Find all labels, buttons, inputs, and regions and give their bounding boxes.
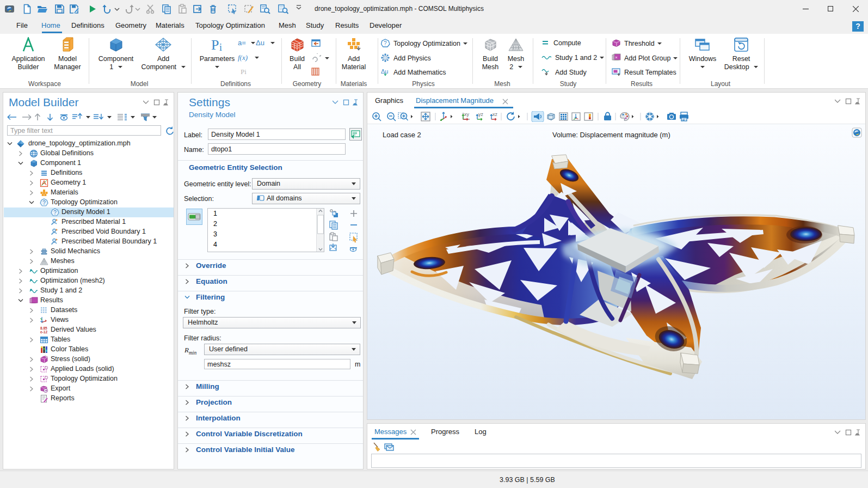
svg-text:Δu: Δu: [381, 68, 388, 75]
svg-text:xz: xz: [493, 112, 498, 117]
svg-text:P: P: [211, 37, 219, 52]
svg-text:yz: yz: [478, 112, 484, 117]
svg-text:Δu: Δu: [256, 39, 264, 47]
svg-text:f(x): f(x): [238, 53, 248, 62]
svg-text:Pi: Pi: [241, 68, 247, 76]
svg-text:i: i: [219, 42, 222, 52]
svg-text:a=: a=: [238, 39, 246, 47]
svg-text:xy: xy: [464, 112, 470, 117]
svg-text:?: ?: [384, 40, 387, 46]
